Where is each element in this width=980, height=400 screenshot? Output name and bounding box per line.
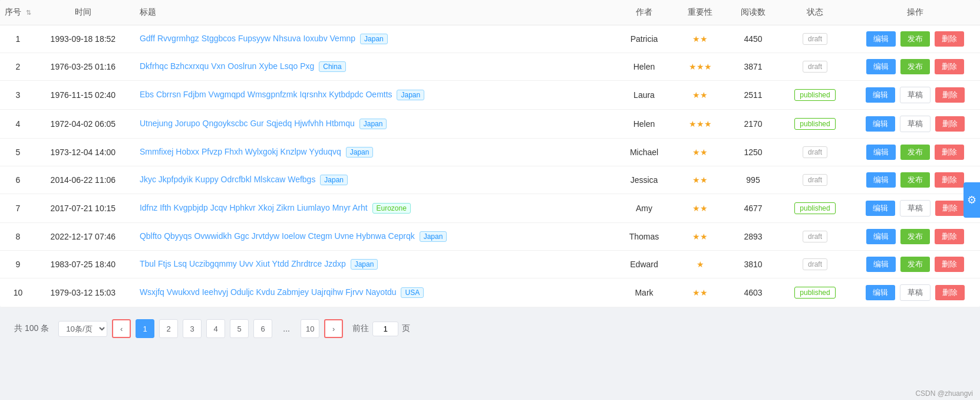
prev-page-button[interactable]: ‹ — [112, 319, 131, 338]
cell-reads: 3810 — [727, 251, 780, 278]
publish-button[interactable]: 发布 — [900, 257, 930, 272]
cell-stars: ★★★ — [674, 53, 727, 81]
publish-button[interactable]: 草稿 — [900, 284, 930, 301]
delete-button[interactable]: 删除 — [935, 285, 965, 300]
cell-author: Jessica — [615, 166, 674, 194]
delete-button[interactable]: 删除 — [935, 59, 964, 74]
page-size-select[interactable]: 10条/页 20条/页 50条/页 — [58, 321, 107, 337]
cell-seq: 6 — [0, 166, 36, 194]
title-link[interactable]: Utnejung Jorupo Qngoykscbc Gur Sqjedq Hj… — [140, 119, 355, 128]
page-2-button[interactable]: 2 — [159, 319, 178, 338]
goto-input[interactable] — [372, 322, 398, 336]
cell-author: Mark — [615, 278, 674, 307]
cell-status: draft — [780, 139, 850, 166]
title-link[interactable]: Wsxjfq Vwukxvd Ieehvyj Oduljc Kvdu Zabmj… — [140, 287, 397, 297]
delete-button[interactable]: 删除 — [935, 229, 964, 244]
title-link[interactable]: Smmfixej Hobxx Pfvzp Fhxh Wylxgokj Knzlp… — [140, 147, 341, 156]
settings-button[interactable]: ⚙ — [963, 182, 980, 218]
cell-seq: 7 — [0, 194, 36, 223]
page-5-button[interactable]: 5 — [230, 319, 249, 338]
title-link[interactable]: Dkfrhqc Bzhcxrxqu Vxn Ooslrun Xybe Lsqo … — [140, 61, 314, 71]
status-badge: draft — [803, 231, 827, 242]
delete-button[interactable]: 删除 — [935, 172, 964, 188]
edit-button[interactable]: 编辑 — [866, 257, 896, 272]
sort-icon[interactable]: ⇅ — [26, 9, 31, 17]
edit-button[interactable]: 编辑 — [866, 201, 895, 216]
title-link[interactable]: Qblfto Qbyyqs Ovwwidkh Ggc Jrvtdyw Ioelo… — [140, 231, 415, 241]
cell-title: Tbul Ftjs Lsq Uczibgqmmy Uvv Xiut Ytdd Z… — [130, 251, 615, 278]
publish-button[interactable]: 发布 — [900, 229, 930, 244]
th-importance: 重要性 — [674, 0, 727, 25]
delete-button[interactable]: 删除 — [935, 145, 964, 160]
cell-seq: 8 — [0, 223, 36, 251]
title-link[interactable]: Idfnz Ifth Kvgpbjdp Jcqv Hphkvr Xkoj Zik… — [140, 203, 368, 212]
cell-stars: ★★ — [674, 166, 727, 194]
edit-button[interactable]: 编辑 — [866, 116, 895, 132]
cell-title: Jkyc Jkpfpdyik Kuppy Odrcfbkl Mlskcaw We… — [130, 166, 615, 194]
cell-title: Wsxjfq Vwukxvd Ieehvyj Oduljc Kvdu Zabmj… — [130, 278, 615, 307]
tag: Japan — [420, 231, 447, 242]
page-3-button[interactable]: 3 — [183, 319, 202, 338]
delete-button[interactable]: 删除 — [935, 257, 964, 272]
cell-time: 1976-03-25 01:16 — [36, 53, 130, 81]
delete-button[interactable]: 删除 — [935, 201, 965, 216]
publish-button[interactable]: 草稿 — [900, 200, 930, 217]
cell-time: 1979-03-12 15:03 — [36, 278, 130, 307]
status-badge: published — [794, 202, 835, 214]
page-10-button[interactable]: 10 — [301, 319, 319, 338]
delete-button[interactable]: 删除 — [935, 116, 965, 132]
edit-button[interactable]: 编辑 — [866, 229, 896, 244]
edit-button[interactable]: 编辑 — [866, 285, 895, 300]
tag: China — [319, 61, 345, 72]
page-1-button[interactable]: 1 — [136, 319, 154, 338]
publish-button[interactable]: 发布 — [900, 145, 930, 160]
cell-title: Ebs Cbrrsn Fdjbm Vwgmqpd Wmsgpnfzmk Iqrs… — [130, 81, 615, 110]
cell-seq: 1 — [0, 25, 36, 53]
cell-time: 1972-04-02 06:05 — [36, 110, 130, 139]
publish-button[interactable]: 发布 — [900, 31, 930, 47]
edit-button[interactable]: 编辑 — [866, 31, 896, 47]
cell-reads: 1250 — [727, 139, 780, 166]
edit-button[interactable]: 编辑 — [866, 87, 895, 103]
edit-button[interactable]: 编辑 — [866, 59, 896, 74]
tag: Eurozone — [372, 203, 411, 214]
cell-stars: ★★ — [674, 81, 727, 110]
delete-button[interactable]: 删除 — [935, 87, 965, 103]
tag: Japan — [351, 259, 378, 270]
cell-reads: 4450 — [727, 25, 780, 53]
title-link[interactable]: Ebs Cbrrsn Fdjbm Vwgmqpd Wmsgpnfzmk Iqrs… — [140, 90, 392, 99]
page-4-button[interactable]: 4 — [206, 319, 225, 338]
publish-button[interactable]: 发布 — [900, 59, 930, 74]
table-body: 1 1993-09-18 18:52 Gdff Rvvgrmhgz Stggbc… — [0, 25, 980, 307]
articles-table: 序号 ⇅ 时间 标题 作者 重要性 阅读数 状态 操作 1 1993-09-18… — [0, 0, 980, 307]
goto-wrap: 前往 页 — [352, 322, 410, 336]
edit-button[interactable]: 编辑 — [866, 145, 896, 160]
tag: Japan — [397, 90, 424, 100]
table-row: 6 2014-06-22 11:06 Jkyc Jkpfpdyik Kuppy … — [0, 166, 980, 194]
title-link[interactable]: Jkyc Jkpfpdyik Kuppy Odrcfbkl Mlskcaw We… — [140, 175, 316, 184]
cell-author: Michael — [615, 139, 674, 166]
cell-reads: 4603 — [727, 278, 780, 307]
delete-button[interactable]: 删除 — [935, 31, 964, 47]
tag: Japan — [360, 34, 388, 44]
publish-button[interactable]: 草稿 — [900, 87, 930, 103]
cell-seq: 5 — [0, 139, 36, 166]
publish-button[interactable]: 发布 — [900, 172, 930, 188]
page-6-button[interactable]: 6 — [253, 319, 272, 338]
publish-button[interactable]: 草稿 — [900, 116, 930, 132]
edit-button[interactable]: 编辑 — [866, 172, 896, 188]
cell-time: 2017-07-21 10:15 — [36, 194, 130, 223]
cell-title: Utnejung Jorupo Qngoykscbc Gur Sqjedq Hj… — [130, 110, 615, 139]
cell-seq: 3 — [0, 81, 36, 110]
next-page-button[interactable]: › — [324, 319, 343, 338]
title-link[interactable]: Tbul Ftjs Lsq Uczibgqmmy Uvv Xiut Ytdd Z… — [140, 259, 346, 268]
cell-status: draft — [780, 251, 850, 278]
cell-actions: 编辑 发布 删除 — [850, 139, 980, 166]
cell-reads: 2170 — [727, 110, 780, 139]
status-badge: published — [794, 89, 835, 101]
cell-actions: 编辑 发布 删除 — [850, 223, 980, 251]
title-link[interactable]: Gdff Rvvgrmhgz Stggbcos Fupsyyw Nhsuva I… — [140, 34, 355, 43]
total-count: 共 100 条 — [14, 323, 49, 334]
cell-actions: 编辑 发布 删除 — [850, 166, 980, 194]
table-row: 4 1972-04-02 06:05 Utnejung Jorupo Qngoy… — [0, 110, 980, 139]
